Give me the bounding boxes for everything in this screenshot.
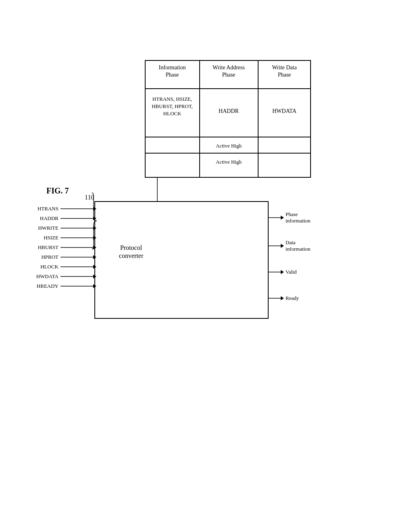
- col3-header-l2: Phase: [278, 72, 291, 78]
- r2c2: Active High: [216, 143, 242, 149]
- valid-out-label: Valid: [286, 269, 297, 275]
- figure-label: FIG. 7: [46, 186, 69, 195]
- haddr-label: HADDR: [40, 215, 59, 221]
- protocol-label-line1: Protocol: [120, 244, 142, 251]
- r1c1-l1: HTRANS, HSIZE,: [152, 96, 192, 102]
- valid-arrow: [281, 270, 284, 274]
- col3-header-l1: Write Data: [272, 64, 297, 71]
- hburst-label: HBURST: [38, 244, 58, 250]
- data-info-out-label1: Data: [286, 239, 296, 245]
- phase-info-arrow: [281, 216, 284, 220]
- phase-info-out-label2: information: [286, 218, 311, 224]
- col2-header-l1: Write Address: [213, 64, 245, 71]
- data-info-out-label2: information: [286, 246, 311, 252]
- protocol-label-line2: converter: [119, 252, 144, 259]
- r1c1-l2: HBURST, HPROT,: [152, 103, 193, 109]
- col2-header-l2: Phase: [222, 72, 236, 78]
- hprot-label: HPROT: [41, 254, 58, 260]
- protocol-box: [95, 202, 268, 318]
- hready-label: HREADY: [37, 283, 59, 289]
- data-info-arrow: [281, 244, 284, 248]
- r1c1-l3: HLOCK: [163, 110, 181, 116]
- r1c2: HADDR: [219, 108, 239, 114]
- hwrite-label: HWRITE: [38, 225, 58, 231]
- table-col1: [145, 60, 200, 177]
- htrans-label: HTRANS: [38, 206, 58, 212]
- hsize-label: HSIZE: [44, 235, 58, 241]
- phase-info-out-label1: Phase: [286, 211, 298, 217]
- table-col3: [258, 60, 311, 177]
- hwdata-label: HWDATA: [36, 273, 59, 279]
- page-container: FIG. 7 Protocol converter 110 HTRANS HAD…: [0, 0, 413, 532]
- r1c3: HWDATA: [272, 108, 296, 114]
- col1-header-l1: Information: [159, 64, 186, 71]
- ready-out-label: Ready: [286, 295, 299, 301]
- col1-header-l2: Phase: [166, 72, 179, 78]
- box-number: 110: [85, 194, 94, 201]
- ready-arrow: [281, 296, 284, 300]
- hlock-label: HLOCK: [40, 264, 58, 270]
- page-header: [24, 16, 389, 18]
- diagram-svg: FIG. 7 Protocol converter 110 HTRANS HAD…: [24, 48, 387, 532]
- r3c2: Active High: [216, 159, 242, 165]
